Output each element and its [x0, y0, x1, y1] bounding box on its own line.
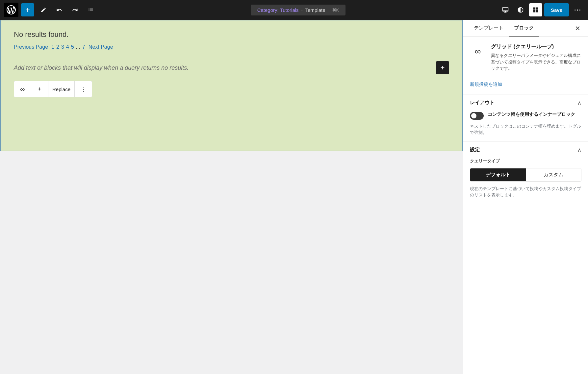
layout-section-header[interactable]: レイアウト ∧ — [470, 94, 581, 111]
sidebar: テンプレート ブロック ✕ ∞ グリッド (クエリーループ) 異なるクエリーパラ… — [463, 20, 588, 374]
more-options-button[interactable]: ⋯ — [571, 3, 584, 16]
contrast-button[interactable] — [514, 3, 527, 16]
query-loop-block: No results found. Previous Page 1 2 3 4 … — [0, 20, 463, 151]
block-description: 異なるクエリーパラメータやビジュアル構成に基づいて投稿タイプを表示できる、高度な… — [491, 52, 581, 72]
breadcrumb-pill[interactable]: Category: Tutorials · Template ⌘K — [251, 5, 346, 15]
layout-section-title: レイアウト — [470, 100, 495, 106]
main-area: No results found. Previous Page 1 2 3 4 … — [0, 20, 588, 374]
save-button[interactable]: Save — [544, 3, 569, 16]
add-block-row: Add text or blocks that will display whe… — [14, 58, 449, 78]
block-toolbar: ∞ + Replace ⋮ — [14, 81, 92, 97]
next-page-button[interactable]: Next Page — [89, 44, 113, 50]
layout-button[interactable] — [529, 3, 542, 16]
page-num-5[interactable]: 5 — [71, 44, 74, 50]
more-block-options-button[interactable]: ⋮ — [75, 81, 92, 97]
breadcrumb-separator: · — [301, 7, 303, 13]
undo-button[interactable] — [53, 3, 66, 16]
breadcrumb-area: Category: Tutorials · Template ⌘K — [100, 5, 496, 15]
redo-icon — [72, 7, 78, 13]
add-inner-button[interactable]: + — [31, 81, 48, 97]
canvas: No results found. Previous Page 1 2 3 4 … — [0, 20, 463, 374]
page-dots: ... — [76, 44, 80, 50]
query-loop-icon: ∞ — [475, 46, 481, 57]
query-type-label: クエリータイプ — [470, 158, 581, 164]
redo-button[interactable] — [68, 3, 82, 16]
edit-pen-button[interactable] — [37, 3, 50, 16]
page-num-1[interactable]: 1 — [51, 44, 54, 50]
settings-section-header[interactable]: 設定 ∧ — [470, 141, 581, 158]
page-num-2[interactable]: 2 — [56, 44, 59, 50]
layout-icon — [532, 7, 539, 13]
add-block-inner-button[interactable]: + — [436, 61, 449, 74]
add-post-link[interactable]: 新規投稿を追加 — [470, 82, 502, 87]
settings-description: 現在のテンプレートに基づいて投稿やカスタム投稿タイプのリストを表示します。 — [470, 186, 581, 198]
query-type-buttons: デフォルト カスタム — [470, 168, 581, 182]
list-view-button[interactable] — [84, 3, 97, 16]
query-type-default-button[interactable]: デフォルト — [470, 168, 526, 181]
sidebar-close-button[interactable]: ✕ — [572, 23, 583, 34]
desktop-view-button[interactable] — [499, 3, 512, 16]
toolbar-right: Save ⋯ — [499, 3, 584, 16]
contrast-icon — [517, 7, 524, 13]
page-num-4[interactable]: 4 — [66, 44, 69, 50]
tab-block[interactable]: ブロック — [509, 20, 539, 37]
sidebar-tabs: テンプレート ブロック ✕ — [463, 20, 588, 37]
toolbar: + Category: Tutorials · Template ⌘K — [0, 0, 588, 20]
settings-section-title: 設定 — [470, 147, 480, 153]
add-block-placeholder: Add text or blocks that will display whe… — [14, 64, 436, 71]
infinity-icon: ∞ — [20, 86, 25, 93]
infinity-icon-button[interactable]: ∞ — [14, 81, 31, 97]
add-block-button[interactable]: + — [21, 3, 34, 16]
wp-logo-icon — [7, 5, 16, 14]
sidebar-content: ∞ グリッド (クエリーループ) 異なるクエリーパラメータやビジュアル構成に基づ… — [463, 37, 588, 374]
toggle-label: コンテンツ幅を使用するインナーブロック — [488, 111, 575, 118]
block-info: ∞ グリッド (クエリーループ) 異なるクエリーパラメータやビジュアル構成に基づ… — [470, 43, 581, 72]
pen-icon — [40, 7, 46, 13]
undo-icon — [56, 7, 62, 13]
inner-blocks-toggle-row: コンテンツ幅を使用するインナーブロック — [470, 111, 581, 120]
keyboard-shortcut: ⌘K — [332, 8, 339, 12]
page-num-3[interactable]: 3 — [61, 44, 64, 50]
page-numbers: 1 2 3 4 5 ... 7 — [51, 44, 85, 50]
toggle-description: ネストしたブロックはこのコンテナ幅を埋めます。トグルで強制。 — [470, 123, 581, 136]
toggle-label-text: コンテンツ幅を使用するインナーブロック — [488, 111, 575, 118]
pagination: Previous Page 1 2 3 4 5 ... 7 Next Page — [14, 44, 449, 50]
ellipsis-vertical-icon: ⋮ — [80, 86, 86, 93]
inner-blocks-toggle[interactable] — [470, 112, 484, 120]
plus-icon: + — [38, 86, 41, 93]
block-title: グリッド (クエリーループ) — [491, 43, 581, 50]
page-num-7[interactable]: 7 — [82, 44, 85, 50]
settings-section: クエリータイプ デフォルト カスタム 現在のテンプレートに基づいて投稿やカスタム… — [470, 158, 581, 204]
block-info-text: グリッド (クエリーループ) 異なるクエリーパラメータやビジュアル構成に基づいて… — [491, 43, 581, 72]
query-type-custom-button[interactable]: カスタム — [526, 168, 581, 181]
breadcrumb-category: Category: Tutorials — [257, 7, 299, 13]
replace-button[interactable]: Replace — [48, 81, 75, 97]
layout-section: コンテンツ幅を使用するインナーブロック ネストしたブロックはこのコンテナ幅を埋め… — [470, 111, 581, 141]
tab-template[interactable]: テンプレート — [469, 20, 509, 37]
settings-chevron-icon: ∧ — [577, 147, 581, 153]
block-icon: ∞ — [470, 43, 486, 59]
desktop-icon — [502, 7, 509, 13]
wp-logo — [4, 3, 18, 17]
prev-page-button[interactable]: Previous Page — [14, 44, 48, 50]
no-results-text: No results found. — [14, 30, 449, 39]
breadcrumb-template: Template — [305, 7, 325, 13]
list-view-icon — [88, 7, 94, 13]
layout-chevron-icon: ∧ — [577, 100, 581, 106]
